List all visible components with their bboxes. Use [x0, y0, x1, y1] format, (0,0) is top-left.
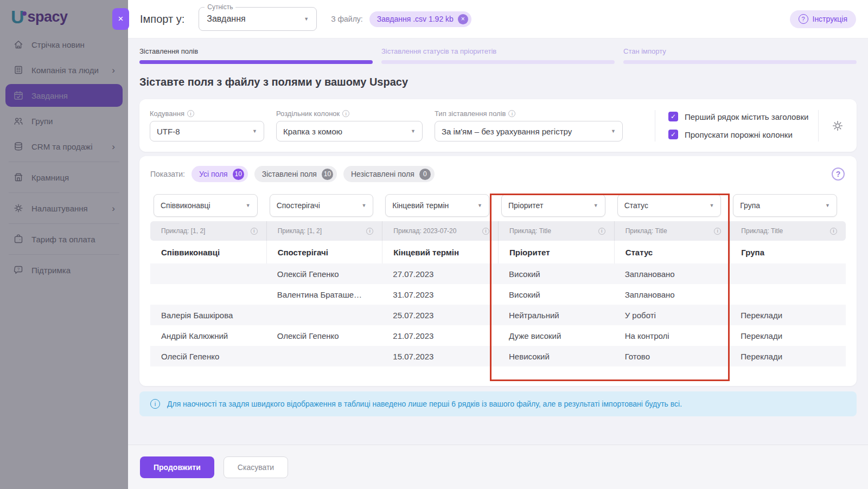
sidebar-item-label: Завдання: [31, 91, 68, 100]
step-status-mapping[interactable]: Зіставлення статусів та пріоритетів: [381, 47, 615, 64]
chevron-down-icon: ▼: [246, 203, 251, 208]
column-mapping-select[interactable]: Статус▼: [617, 194, 722, 217]
close-icon: ×: [118, 14, 124, 24]
example-cell: Приклад: [1, 2]i: [266, 221, 382, 241]
mapping-table-card: Показати: Усі поля 10 Зіставлені поля 10…: [139, 156, 857, 386]
mapping-table: Співвиконавці▼ Спостерігачі▼ Кінцевий те…: [150, 194, 846, 366]
example-text: Приклад: 2023-07-20: [393, 227, 456, 235]
column-mapping-select[interactable]: Група▼: [733, 194, 837, 217]
separator-value: Крапка з комою: [283, 127, 342, 136]
first-row-headers-checkbox[interactable]: ✓ Перший рядок містить заголовки: [668, 112, 805, 121]
table-cell: Заплановано: [614, 284, 730, 305]
filter-all-fields[interactable]: Усі поля 10: [192, 166, 248, 182]
section-heading: Зіставте поля з файлу з полями у вашому …: [139, 76, 857, 88]
sidebar-item-tariff[interactable]: Тариф та оплата: [5, 228, 123, 250]
chip-label: Усі поля: [199, 170, 228, 178]
info-icon: i: [508, 110, 515, 117]
chevron-down-icon: ▼: [477, 203, 482, 208]
sidebar-item-groups[interactable]: Групи: [5, 110, 123, 132]
sidebar-item-shop[interactable]: Крамниця: [5, 166, 123, 189]
chevron-down-icon: ▼: [593, 203, 598, 208]
table-cell: 31.07.2023: [382, 284, 498, 305]
page-title: Імпорт у:: [140, 13, 184, 25]
from-file-label: З файлу:: [331, 15, 363, 23]
info-icon: i: [830, 228, 837, 235]
table-cell: [266, 305, 382, 325]
table-cell: На контролі: [614, 325, 730, 346]
table-cell: Олексій Гепенко: [266, 263, 382, 284]
example-cell: Приклад: 2023-07-20i: [382, 221, 498, 241]
continue-button[interactable]: Продовжити: [140, 456, 214, 478]
separator-select[interactable]: Крапка з комою ▼: [276, 121, 423, 141]
close-import-button[interactable]: ×: [112, 8, 129, 30]
sidebar-item-tasks[interactable]: Завдання: [5, 84, 123, 107]
chevron-down-icon: ▼: [825, 203, 830, 208]
mapping-type-field: Тип зіставлення полів i За ім'ям – без у…: [435, 110, 623, 141]
sidebar-item-company[interactable]: Компанія та люди ›: [5, 59, 123, 81]
advanced-settings-button[interactable]: [819, 119, 857, 132]
filter-unmapped-fields[interactable]: Незіставлені поля 0: [343, 166, 435, 182]
import-topbar: Імпорт у: Сутність Завдання ▼ З файлу: З…: [128, 0, 868, 38]
info-icon: i: [482, 228, 489, 235]
sidebar-item-support[interactable]: ? Підтримка: [5, 259, 123, 281]
column-header: Статус: [614, 241, 730, 263]
skip-empty-columns-checkbox[interactable]: ✓ Пропускати порожні колонки: [668, 130, 805, 139]
sidebar-divider: [9, 192, 119, 193]
step-progress-bar: [139, 60, 373, 64]
table-cell: Дуже високий: [498, 325, 614, 346]
mapping-value: Співвиконавці: [161, 201, 210, 210]
chip-count-badge: 10: [322, 169, 333, 180]
uspacy-logo[interactable]: U spacy: [0, 0, 128, 30]
table-cell: Високий: [498, 284, 614, 305]
step-label: Зіставлення статусів та пріоритетів: [381, 47, 615, 55]
checkbox-label: Пропускати порожні колонки: [685, 130, 793, 139]
step-field-mapping[interactable]: Зіставлення полів: [139, 47, 373, 64]
wizard-footer: Продовжити Скасувати: [128, 445, 868, 489]
table-cell: У роботі: [614, 305, 730, 325]
sidebar-item-label: Налаштування: [31, 204, 88, 213]
wallet-icon: [13, 234, 24, 244]
sidebar-item-label: Компанія та люди: [31, 66, 99, 75]
checkbox-checked-icon: ✓: [668, 112, 678, 121]
chevron-right-icon: ›: [112, 142, 115, 151]
remove-file-button[interactable]: ×: [458, 14, 468, 24]
mapping-type-select[interactable]: За ім'ям – без урахування регістру ▼: [435, 121, 623, 141]
column-mapping-select[interactable]: Спостерігачі▼: [270, 194, 374, 217]
example-text: Приклад: [1, 2]: [161, 227, 205, 235]
step-label: Стан імпорту: [623, 47, 857, 55]
filter-mapped-fields[interactable]: Зіставлені поля 10: [254, 166, 337, 182]
example-text: Приклад: Title: [626, 227, 667, 235]
instruction-button[interactable]: ? Інструкція: [790, 10, 857, 28]
entity-select[interactable]: Сутність Завдання ▼: [199, 7, 317, 31]
field-label-text: Кодування: [150, 110, 184, 118]
column-header: Співвиконавці: [150, 241, 266, 263]
gear-icon: [13, 203, 24, 214]
help-icon[interactable]: ?: [832, 168, 845, 181]
sidebar-item-newsfeed[interactable]: Стрічка новин: [5, 33, 123, 56]
store-icon: [13, 172, 24, 183]
mapping-value: Спостерігачі: [277, 201, 320, 210]
separator-field: Роздільник колонок i Крапка з комою ▼: [276, 110, 423, 141]
import-content: Зіставлення полів Зіставлення статусів т…: [128, 38, 868, 445]
encoding-select[interactable]: UTF-8 ▼: [150, 121, 264, 141]
sidebar-item-settings[interactable]: Налаштування ›: [5, 197, 123, 220]
step-import-state[interactable]: Стан імпорту: [623, 47, 857, 64]
sidebar-divider: [9, 254, 119, 255]
step-progress-bar: [381, 60, 615, 64]
svg-text:?: ?: [17, 267, 20, 272]
table-cell: 27.07.2023: [382, 263, 498, 284]
app-window: U spacy Стрічка новин Компанія та люди ›: [0, 0, 868, 489]
cancel-button[interactable]: Скасувати: [224, 456, 288, 478]
example-cell: Приклад: Titlei: [614, 221, 730, 241]
wizard-steps: Зіставлення полів Зіставлення статусів т…: [139, 47, 857, 64]
example-cell: Приклад: [1, 2]i: [150, 221, 266, 241]
company-icon: [13, 65, 24, 75]
database-icon: [13, 141, 24, 152]
column-mapping-select[interactable]: Пріоритет▼: [501, 194, 605, 217]
column-mapping-select[interactable]: Кінцевий термін▼: [385, 194, 489, 217]
sidebar-item-crm[interactable]: CRM та продажі ›: [5, 135, 123, 158]
table-cell: [730, 263, 846, 284]
field-filters: Показати: Усі поля 10 Зіставлені поля 10…: [150, 166, 846, 182]
column-mapping-select[interactable]: Співвиконавці▼: [154, 194, 258, 217]
checkbox-label: Перший рядок містить заголовки: [685, 112, 808, 121]
